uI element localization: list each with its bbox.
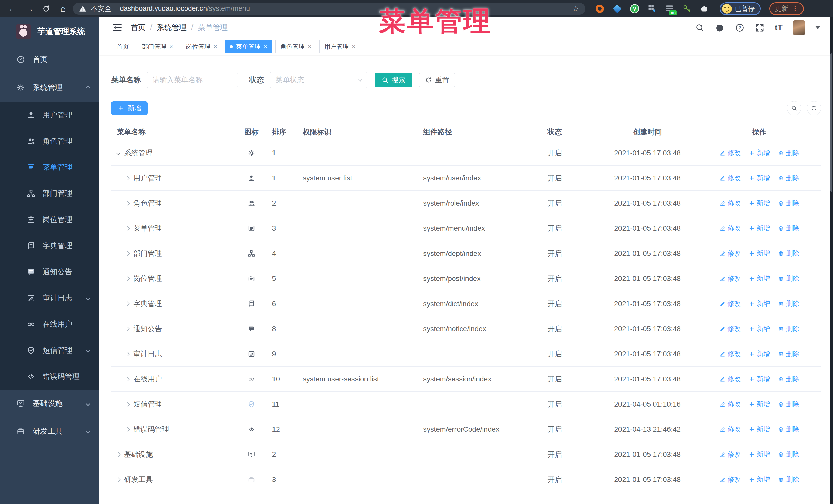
edit-link[interactable]: 修改 — [719, 173, 741, 183]
sidebar-item-通知公告[interactable]: 通知公告 — [0, 259, 99, 285]
delete-link[interactable]: 删除 — [778, 173, 800, 183]
browser-home-icon[interactable]: ⌂ — [56, 3, 70, 15]
hide-search-button[interactable] — [787, 101, 801, 115]
sidebar-item-错误码管理[interactable]: 错误码管理 — [0, 363, 99, 390]
edit-link[interactable]: 修改 — [719, 375, 741, 384]
add-link[interactable]: 新增 — [749, 199, 770, 208]
orange-ring-icon[interactable] — [595, 4, 605, 14]
status-select[interactable]: 菜单状态 — [270, 72, 367, 88]
tab-用户管理[interactable]: 用户管理× — [319, 40, 360, 53]
breadcrumb-item[interactable]: 首页 — [131, 23, 146, 33]
expand-arrow-icon[interactable] — [125, 176, 130, 180]
add-link[interactable]: 新增 — [749, 475, 770, 484]
expand-arrow-icon[interactable] — [125, 402, 130, 406]
sidebar-item-在线用户[interactable]: 在线用户 — [0, 311, 99, 337]
blue-gem-icon[interactable] — [612, 4, 622, 14]
delete-link[interactable]: 删除 — [778, 224, 800, 233]
sidebar-item-短信管理[interactable]: 短信管理 — [0, 337, 99, 363]
github-icon[interactable] — [715, 23, 724, 32]
breadcrumb-item[interactable]: 系统管理 — [157, 23, 187, 33]
app-logo-row[interactable]: 芋道管理系统 — [0, 18, 99, 46]
tab-部门管理[interactable]: 部门管理× — [137, 40, 178, 53]
refresh-table-button[interactable] — [807, 101, 821, 115]
expand-arrow-icon[interactable] — [116, 477, 121, 482]
close-icon[interactable]: × — [264, 44, 267, 50]
edit-link[interactable]: 修改 — [719, 274, 741, 283]
sidebar-item-用户管理[interactable]: 用户管理 — [0, 102, 99, 128]
delete-link[interactable]: 删除 — [778, 148, 800, 158]
browser-update-button[interactable]: 更新 ⋮ — [769, 2, 804, 15]
expand-arrow-icon[interactable] — [125, 251, 130, 256]
browser-profile-button[interactable]: 已暂停 — [720, 2, 761, 15]
delete-link[interactable]: 删除 — [778, 249, 800, 258]
close-icon[interactable]: × — [308, 44, 311, 50]
sidebar-collapse-icon[interactable] — [112, 22, 123, 33]
address-bar[interactable]: 不安全 dashboard.yudao.iocoder.cn/system/me… — [73, 3, 586, 15]
sidebar-item-审计日志[interactable]: 审计日志 — [0, 285, 99, 311]
sidebar-item-首页[interactable]: 首页 — [0, 46, 99, 73]
delete-link[interactable]: 删除 — [778, 450, 800, 459]
expand-arrow-icon[interactable] — [125, 226, 130, 231]
edit-link[interactable]: 修改 — [719, 350, 741, 358]
expand-arrow-icon[interactable] — [125, 201, 130, 205]
edit-link[interactable]: 修改 — [719, 299, 741, 308]
tab-首页[interactable]: 首页 — [112, 40, 134, 53]
browser-menu-dots-icon[interactable]: ⋮ — [792, 7, 799, 11]
sidebar-item-研发工具[interactable]: 研发工具 — [0, 417, 99, 445]
delete-link[interactable]: 删除 — [778, 274, 800, 283]
edit-link[interactable]: 修改 — [719, 450, 741, 459]
reset-button[interactable]: 重置 — [419, 73, 455, 88]
add-link[interactable]: 新增 — [749, 425, 770, 434]
browser-reload-icon[interactable] — [39, 3, 53, 15]
sidebar-item-部门管理[interactable]: 部门管理 — [0, 181, 99, 207]
fullscreen-icon[interactable] — [755, 23, 765, 32]
tab-角色管理[interactable]: 角色管理× — [275, 40, 316, 53]
page-scrollbar[interactable] — [830, 18, 833, 504]
delete-link[interactable]: 删除 — [778, 350, 800, 358]
sidebar-item-基础设施[interactable]: 基础设施 — [0, 390, 99, 417]
add-link[interactable]: 新增 — [749, 249, 770, 258]
help-icon[interactable] — [735, 23, 744, 32]
tab-岗位管理[interactable]: 岗位管理× — [181, 40, 222, 53]
add-link[interactable]: 新增 — [749, 224, 770, 233]
add-link[interactable]: 新增 — [749, 274, 770, 283]
tab-菜单管理[interactable]: 菜单管理× — [225, 40, 272, 53]
sidebar-item-角色管理[interactable]: 角色管理 — [0, 128, 99, 154]
puzzle-icon[interactable] — [699, 4, 710, 14]
search-button[interactable]: 搜索 — [375, 73, 412, 88]
add-button[interactable]: 新增 — [111, 101, 148, 115]
edit-link[interactable]: 修改 — [719, 475, 741, 484]
expand-arrow-icon[interactable] — [116, 452, 121, 457]
expand-arrow-icon[interactable] — [125, 277, 130, 281]
add-link[interactable]: 新增 — [749, 350, 770, 358]
add-link[interactable]: 新增 — [749, 400, 770, 409]
stack-on-icon[interactable]: on — [664, 4, 674, 14]
delete-link[interactable]: 删除 — [778, 425, 800, 434]
add-link[interactable]: 新增 — [749, 375, 770, 384]
expand-arrow-icon[interactable] — [125, 427, 130, 431]
edit-link[interactable]: 修改 — [719, 148, 741, 158]
green-key-icon[interactable] — [682, 4, 692, 14]
browser-back-icon[interactable]: ← — [5, 3, 20, 15]
menu-name-input[interactable] — [147, 72, 238, 88]
close-icon[interactable]: × — [214, 44, 217, 50]
expand-arrow-icon[interactable] — [125, 327, 130, 331]
green-check-circle-icon[interactable]: v — [629, 4, 640, 14]
add-link[interactable]: 新增 — [749, 324, 770, 333]
add-link[interactable]: 新增 — [749, 173, 770, 183]
edit-link[interactable]: 修改 — [719, 199, 741, 208]
avatar-caret-down-icon[interactable] — [815, 26, 821, 29]
delete-link[interactable]: 删除 — [778, 475, 800, 484]
delete-link[interactable]: 删除 — [778, 199, 800, 208]
close-icon[interactable]: × — [352, 44, 356, 50]
sidebar-item-系统管理[interactable]: 系统管理 — [0, 73, 99, 102]
expand-arrow-icon[interactable] — [125, 352, 130, 356]
edit-link[interactable]: 修改 — [719, 224, 741, 233]
sidebar-item-岗位管理[interactable]: 岗位管理 — [0, 207, 99, 233]
browser-forward-icon[interactable]: → — [22, 3, 37, 15]
user-avatar[interactable] — [793, 20, 805, 35]
edit-link[interactable]: 修改 — [719, 324, 741, 333]
add-link[interactable]: 新增 — [749, 299, 770, 308]
edit-link[interactable]: 修改 — [719, 400, 741, 409]
edit-link[interactable]: 修改 — [719, 249, 741, 258]
